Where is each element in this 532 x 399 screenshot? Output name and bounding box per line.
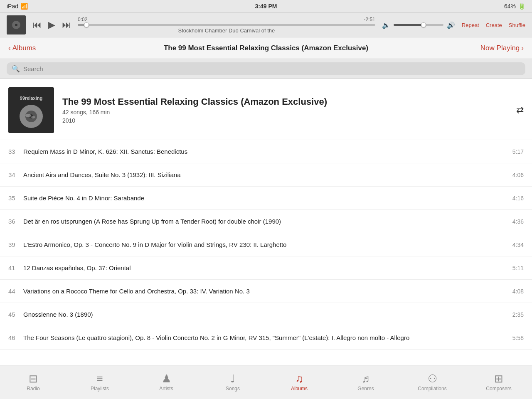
track-number: 44 — [8, 288, 23, 295]
artists-tab-label: Artists — [159, 386, 173, 392]
tab-compilations[interactable]: ⚇ Compilations — [399, 365, 466, 399]
artists-icon: ♟ — [162, 373, 171, 384]
volume-section: 🔈 🔊 — [382, 21, 455, 29]
composers-tab-label: Composers — [486, 386, 511, 392]
track-title: L'Estro Armonico, Op. 3 - Concerto No. 9… — [23, 241, 512, 248]
songs-icon: ♩ — [230, 373, 235, 384]
chevron-right-icon: › — [521, 44, 524, 52]
track-row[interactable]: 39 L'Estro Armonico, Op. 3 - Concerto No… — [0, 233, 532, 256]
chevron-left-icon: ‹ — [8, 44, 11, 52]
tab-albums[interactable]: ♫ Albums — [266, 365, 332, 399]
track-duration: 5:11 — [512, 265, 524, 271]
volume-thumb[interactable] — [421, 22, 426, 27]
radio-icon: ⊟ — [29, 373, 38, 384]
track-number: 33 — [8, 148, 23, 155]
tab-radio[interactable]: ⊟ Radio — [0, 365, 66, 399]
album-year: 2010 — [62, 117, 327, 124]
album-songs-count: 42 songs, 166 min — [62, 109, 327, 116]
compilations-icon: ⚇ — [428, 373, 437, 384]
search-container: 🔍 — [7, 62, 525, 75]
back-label: Albums — [12, 44, 36, 52]
search-icon: 🔍 — [12, 65, 20, 73]
track-number: 41 — [8, 264, 23, 271]
status-left: iPad 📶 — [7, 3, 28, 10]
now-playing-button[interactable]: Now Playing › — [480, 44, 524, 52]
svg-text:99relaxing: 99relaxing — [20, 96, 42, 101]
volume-high-icon: 🔊 — [447, 21, 455, 29]
track-number: 45 — [8, 311, 23, 318]
now-playing-art — [7, 15, 26, 34]
back-button[interactable]: ‹ Albums — [8, 44, 36, 52]
tab-composers[interactable]: ⊞ Composers — [466, 365, 532, 399]
status-bar: iPad 📶 3:49 PM 64% 🔋 — [0, 0, 532, 12]
track-title: Suite de Pièce No. 4 in D Minor: Saraban… — [23, 195, 512, 202]
volume-low-icon: 🔈 — [382, 21, 390, 29]
album-title: The 99 Most Essential Relaxing Classics … — [62, 96, 327, 107]
progress-thumb[interactable] — [84, 22, 89, 27]
track-duration: 4:36 — [512, 218, 524, 225]
track-row[interactable]: 41 12 Danzas españolas, Op. 37: Oriental… — [0, 256, 532, 280]
fast-forward-button[interactable]: ⏭ — [62, 20, 71, 30]
track-row[interactable]: 46 The Four Seasons (Le quattro stagioni… — [0, 326, 532, 350]
songs-tab-label: Songs — [226, 386, 240, 392]
shuffle-icon-button[interactable]: ⇄ — [516, 105, 524, 116]
tab-artists[interactable]: ♟ Artists — [133, 365, 200, 399]
tab-songs[interactable]: ♩ Songs — [200, 365, 266, 399]
track-duration: 5:17 — [512, 148, 524, 155]
track-row[interactable]: 36 Det är en ros utsprungen (A Rose has … — [0, 210, 532, 233]
track-duration: 4:08 — [512, 288, 524, 295]
now-playing-label: Now Playing — [480, 44, 520, 52]
album-header: 99relaxing The 99 Most Essential Relaxin… — [0, 79, 532, 140]
track-row[interactable]: 33 Requiem Mass in D Minor, K. 626: XII.… — [0, 140, 532, 163]
track-duration: 4:34 — [512, 241, 524, 248]
remaining-time: -2:51 — [364, 17, 375, 22]
track-title: Variations on a Rococo Theme for Cello a… — [23, 288, 512, 295]
transport-extras: Repeat Create Shuffle — [462, 22, 525, 28]
radio-tab-label: Radio — [27, 386, 39, 392]
track-number: 46 — [8, 334, 23, 341]
track-number: 35 — [8, 195, 23, 202]
playlists-tab-label: Playlists — [91, 386, 109, 392]
shuffle-button[interactable]: Shuffle — [509, 22, 525, 28]
repeat-button[interactable]: Repeat — [462, 22, 479, 28]
svg-point-2 — [15, 24, 17, 26]
battery-label: 64% — [504, 3, 516, 10]
track-row[interactable]: 45 Gnossienne No. 3 (1890) 2:35 — [0, 303, 532, 326]
track-row[interactable]: 44 Variations on a Rococo Theme for Cell… — [0, 280, 532, 303]
play-pause-button[interactable]: ▶ — [48, 20, 55, 30]
volume-bar[interactable] — [394, 24, 443, 26]
track-row[interactable]: 35 Suite de Pièce No. 4 in D Minor: Sara… — [0, 187, 532, 210]
search-bar: 🔍 — [0, 59, 532, 79]
progress-track[interactable] — [78, 24, 375, 26]
main-content: 99relaxing The 99 Most Essential Relaxin… — [0, 79, 532, 365]
tab-genres[interactable]: ♬ Genres — [332, 365, 399, 399]
nav-bar: ‹ Albums The 99 Most Essential Relaxing … — [0, 37, 532, 59]
create-button[interactable]: Create — [486, 22, 502, 28]
playlists-icon: ≡ — [96, 373, 103, 384]
progress-times: 0:02 -2:51 — [78, 17, 375, 22]
status-right: 64% 🔋 — [504, 3, 525, 10]
tab-bar: ⊟ Radio ≡ Playlists ♟ Artists ♩ Songs ♫ … — [0, 365, 532, 399]
genres-tab-label: Genres — [357, 386, 374, 392]
rewind-button[interactable]: ⏮ — [32, 20, 42, 30]
playback-controls: ⏮ ▶ ⏭ — [32, 20, 71, 30]
track-list: 33 Requiem Mass in D Minor, K. 626: XII.… — [0, 140, 532, 350]
elapsed-time: 0:02 — [78, 17, 87, 22]
search-input[interactable] — [23, 65, 520, 72]
nav-title: The 99 Most Essential Relaxing Classics … — [164, 44, 368, 52]
track-row[interactable]: 34 Ancient Airs and Dances, Suite No. 3 … — [0, 163, 532, 187]
device-label: iPad — [7, 3, 18, 10]
albums-tab-label: Albums — [291, 386, 308, 392]
svg-point-8 — [25, 114, 31, 117]
transport-bar: ⏮ ▶ ⏭ 0:02 -2:51 Stockholm Chamber Duo C… — [0, 12, 532, 37]
track-number: 36 — [8, 218, 23, 225]
battery-icon: 🔋 — [518, 3, 525, 10]
genres-icon: ♬ — [362, 373, 370, 384]
svg-point-9 — [31, 116, 35, 118]
track-title: The Four Seasons (Le quattro stagioni), … — [23, 334, 512, 341]
status-time: 3:49 PM — [255, 3, 277, 10]
tab-playlists[interactable]: ≡ Playlists — [66, 365, 133, 399]
composers-icon: ⊞ — [494, 373, 503, 384]
track-duration: 5:58 — [512, 335, 524, 341]
progress-section: 0:02 -2:51 Stockholm Chamber Duo Carniva… — [78, 17, 375, 34]
